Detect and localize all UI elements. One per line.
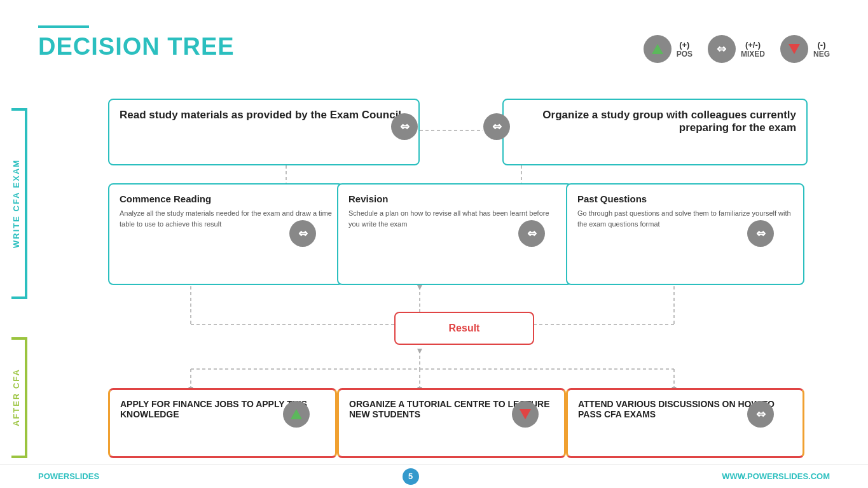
lr-arrow-3: ⇔	[298, 228, 308, 239]
footer: POWERSLIDES 5 WWW.POWERSLIDES.COM	[0, 464, 868, 488]
arrow-up-icon	[652, 44, 663, 54]
legend-pos: (+) POS	[644, 35, 692, 63]
lr-arrow-4: ⇔	[527, 228, 537, 239]
revision-arrow-icon: ⇔	[518, 220, 545, 247]
tutorial-centre-arrow-icon	[512, 401, 539, 428]
organize-study-arrow-icon: ⇔	[483, 113, 510, 140]
lr-arrow: ⇔	[400, 121, 410, 132]
read-study-box: Read study materials as provided by the …	[108, 99, 420, 165]
lr-arrow-5: ⇔	[756, 228, 766, 239]
read-study-title: Read study materials as provided by the …	[120, 109, 408, 122]
side-label-write-cfa: WRITE CFA EXAM	[11, 108, 27, 299]
legend: (+) POS ⇔ (+/-) MIXED (-) NEG	[644, 35, 830, 63]
revision-title: Revision	[348, 193, 561, 204]
arrow-lr-icon: ⇔	[717, 43, 726, 55]
mixed-icon: ⇔	[708, 35, 736, 63]
header: DECISION TREE	[38, 25, 235, 60]
read-study-arrow-icon: ⇔	[391, 113, 418, 140]
commence-arrow-icon: ⇔	[289, 220, 316, 247]
legend-mixed-label: (+/-) MIXED	[741, 40, 765, 59]
header-accent-line	[38, 25, 89, 28]
apply-finance-arrow-icon	[283, 401, 310, 428]
page-number: 5	[403, 468, 419, 485]
past-questions-title: Past Questions	[577, 193, 793, 204]
arrow-down-icon	[789, 44, 800, 54]
legend-mixed: ⇔ (+/-) MIXED	[708, 35, 765, 63]
website-url: WWW.POWERSLIDES.COM	[722, 471, 830, 481]
svg-marker-18	[417, 285, 422, 290]
side-label-after-cfa: AFTER CFA	[11, 337, 27, 458]
attend-discussions-arrow-icon: ⇔	[747, 401, 774, 428]
up-arrow	[291, 409, 302, 419]
commence-reading-title: Commence Reading	[120, 193, 332, 204]
page-title: DECISION TREE	[38, 33, 235, 60]
organize-study-box: Organize a study group with colleagues c…	[502, 99, 808, 165]
legend-neg: (-) NEG	[780, 35, 830, 63]
legend-neg-label: (-) NEG	[813, 40, 830, 59]
lr-arrow-2: ⇔	[492, 121, 502, 132]
legend-pos-label: (+) POS	[677, 40, 692, 59]
past-questions-arrow-icon: ⇔	[747, 220, 774, 247]
organize-study-title: Organize a study group with colleagues c…	[514, 109, 796, 134]
svg-marker-19	[417, 349, 422, 354]
brand-name: POWERSLIDES	[38, 471, 99, 481]
pos-icon	[644, 35, 672, 63]
neg-icon	[780, 35, 808, 63]
result-label: Result	[449, 323, 480, 334]
result-box: Result	[394, 312, 534, 345]
main-content: WRITE CFA EXAM AFTER CFA	[0, 89, 868, 463]
lr-arrow-6: ⇔	[756, 408, 766, 420]
down-arrow	[520, 409, 531, 419]
